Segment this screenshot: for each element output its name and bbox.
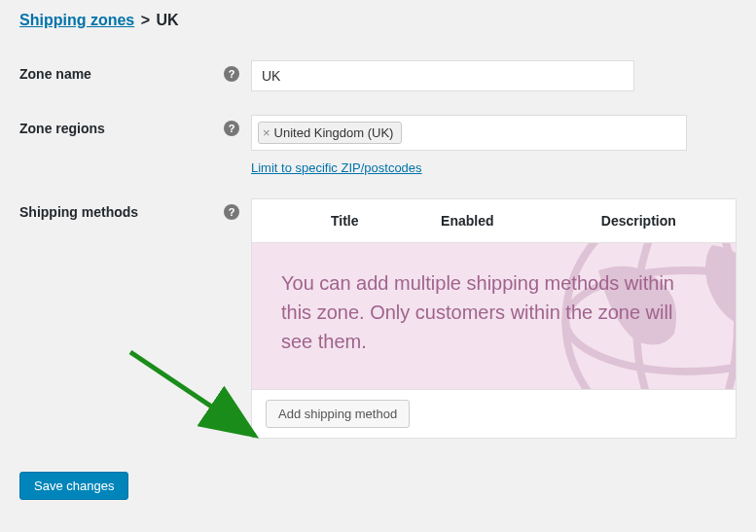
help-icon[interactable]: ? [224, 204, 239, 220]
col-enabled: Enabled [393, 199, 542, 243]
zone-name-input[interactable] [251, 60, 634, 91]
methods-placeholder-text: You can add multiple shipping methods wi… [281, 268, 706, 356]
help-icon[interactable]: ? [224, 121, 239, 136]
limit-postcodes-link[interactable]: Limit to specific ZIP/postcodes [251, 160, 422, 175]
methods-placeholder-row: You can add multiple shipping methods wi… [252, 243, 737, 390]
col-title: Title [297, 199, 393, 243]
zone-regions-input[interactable]: × United Kingdom (UK) [251, 115, 687, 151]
region-tag-label: United Kingdom (UK) [274, 125, 394, 140]
add-method-row: Add shipping method [252, 390, 737, 439]
breadcrumb: Shipping zones > UK [19, 12, 737, 29]
zone-name-label: Zone name [19, 66, 91, 82]
col-drag [252, 199, 297, 243]
save-changes-button[interactable]: Save changes [19, 472, 128, 500]
breadcrumb-separator: > [141, 12, 150, 28]
help-icon[interactable]: ? [224, 66, 239, 82]
col-description: Description [542, 199, 737, 243]
breadcrumb-parent-link[interactable]: Shipping zones [19, 12, 134, 28]
zone-name-row: Zone name ? [19, 60, 737, 91]
zone-regions-label: Zone regions [19, 121, 105, 136]
shipping-methods-row: Shipping methods ? Title Enabled Descrip… [19, 198, 737, 439]
zone-regions-row: Zone regions ? × United Kingdom (UK) Lim… [19, 115, 737, 175]
shipping-methods-label: Shipping methods [19, 204, 138, 220]
remove-icon[interactable]: × [263, 126, 270, 139]
shipping-methods-table: Title Enabled Description [251, 198, 737, 439]
add-shipping-method-button[interactable]: Add shipping method [266, 400, 410, 428]
region-tag: × United Kingdom (UK) [258, 122, 402, 144]
breadcrumb-current: UK [156, 12, 178, 28]
